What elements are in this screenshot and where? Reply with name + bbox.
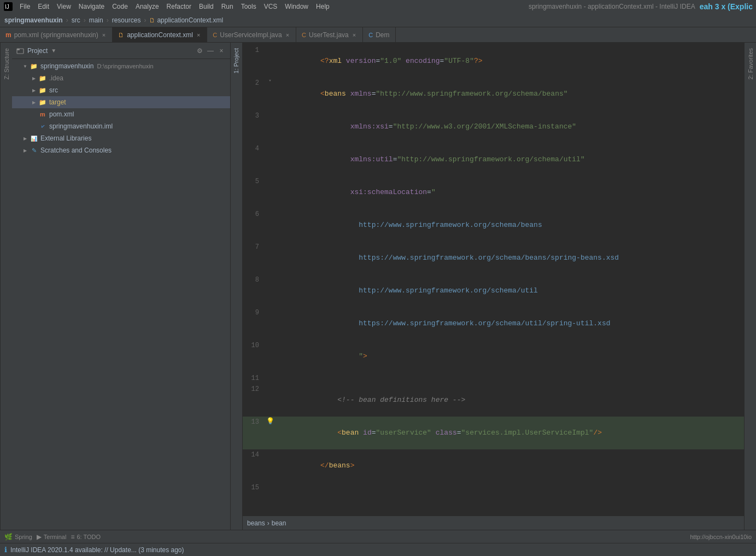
tree-idea-arrow[interactable] xyxy=(30,75,38,81)
editor-breadcrumb-sep: › xyxy=(267,519,269,527)
tree-root[interactable]: 📁 springmavenhuxin D:\springmavenhuxin xyxy=(12,60,230,72)
menu-navigate[interactable]: Navigate xyxy=(75,2,108,11)
menu-help[interactable]: Help xyxy=(313,2,333,11)
menu-bar-right: springmavenhuxin - applicationContext.xm… xyxy=(529,2,753,11)
tab-applicationcontext[interactable]: 🗋 applicationContext.xml × xyxy=(113,27,207,42)
tree-src-arrow[interactable] xyxy=(30,87,38,93)
tree-idea[interactable]: 📁 .idea xyxy=(12,72,230,84)
tree-src[interactable]: 📁 src xyxy=(12,84,230,96)
app-title: springmavenhuxin - applicationContext.xm… xyxy=(529,3,695,10)
spring-icon: 🌿 xyxy=(4,533,13,541)
tree-iml-label: springmavenhuxin.iml xyxy=(49,122,113,130)
tree-target-arrow[interactable] xyxy=(30,100,38,105)
line-num-13: 13 xyxy=(243,417,265,428)
project-vertical-tab[interactable]: 1: Project xyxy=(231,43,242,79)
tree-pom-icon: m xyxy=(38,110,47,119)
editor-breadcrumb-beans[interactable]: beans xyxy=(247,519,265,527)
code-line-13: 13 💡 <bean id="userService" class="servi… xyxy=(243,417,744,449)
tree-scratches[interactable]: ✎ Scratches and Consoles xyxy=(12,144,230,156)
menu-edit[interactable]: Edit xyxy=(34,2,52,11)
tree-root-folder-icon: 📁 xyxy=(30,62,38,71)
breadcrumb-root[interactable]: springmavenhuxin xyxy=(4,16,63,24)
tab-icon-pom: m xyxy=(5,31,11,39)
project-panel-title: Project xyxy=(27,47,48,55)
line-gutter-13: 💡 xyxy=(265,417,276,426)
menu-build[interactable]: Build xyxy=(196,2,217,11)
tree-scratches-arrow[interactable] xyxy=(21,148,30,153)
breadcrumb-sep-1: › xyxy=(66,16,68,24)
breadcrumb-src[interactable]: src xyxy=(72,16,80,24)
tree-src-icon: 📁 xyxy=(38,86,47,95)
menu-analyze[interactable]: Analyze xyxy=(132,2,162,11)
tree-extlibs-icon: 📊 xyxy=(30,134,38,143)
tree-extlibs[interactable]: 📊 External Libraries xyxy=(12,132,230,144)
line-num-6: 6 xyxy=(243,209,265,220)
tree-root-arrow[interactable] xyxy=(21,63,30,69)
tab-icon-xml: 🗋 xyxy=(118,32,124,38)
lightbulb-icon-13[interactable]: 💡 xyxy=(266,417,274,426)
tab-label-pom: pom.xml (springmavenhuxin) xyxy=(14,31,98,39)
project-dropdown-arrow[interactable]: ▼ xyxy=(51,48,56,54)
structure-strip: Z: Structure xyxy=(0,43,12,530)
structure-tab[interactable]: Z: Structure xyxy=(2,43,11,85)
tab-close-applicationcontext[interactable]: × xyxy=(196,32,201,38)
project-close-btn[interactable]: × xyxy=(217,46,226,55)
tab-demo[interactable]: C Dem xyxy=(363,27,395,42)
breadcrumb-file[interactable]: applicationContext.xml xyxy=(157,16,223,24)
status-spring[interactable]: 🌿 Spring xyxy=(4,533,32,541)
tab-close-userserviceimpl[interactable]: × xyxy=(285,32,290,38)
status-todo[interactable]: ≡ 6: TODO xyxy=(71,533,101,541)
tree-pom-label: pom.xml xyxy=(49,110,74,118)
code-line-15: 15 xyxy=(243,482,744,493)
tree-extlibs-label: External Libraries xyxy=(40,134,91,142)
code-line-8: 8 http://www.springframework.org/schema/… xyxy=(243,274,744,307)
terminal-label: Terminal xyxy=(44,534,67,540)
favorites-tab[interactable]: 2: Favorites xyxy=(746,43,755,85)
code-editor[interactable]: 1 <?xml version="1.0" encoding="UTF-8"?>… xyxy=(243,43,744,516)
project-icon xyxy=(16,47,24,55)
line-content-9: https://www.springframework.org/schema/u… xyxy=(276,307,744,340)
menu-code[interactable]: Code xyxy=(109,2,131,11)
tab-usertest[interactable]: C UserTest.java × xyxy=(296,27,363,42)
notification-icon: ℹ xyxy=(4,546,7,554)
breadcrumb-main[interactable]: main xyxy=(89,16,103,24)
code-line-7: 7 https://www.springframework.org/schema… xyxy=(243,242,744,274)
tree-iml[interactable]: 🗸 springmavenhuxin.iml xyxy=(12,120,230,132)
line-content-1: <?xml version="1.0" encoding="UTF-8"?> xyxy=(276,45,744,78)
menu-view[interactable]: View xyxy=(54,2,74,11)
tabs-bar: m pom.xml (springmavenhuxin) × 🗋 applica… xyxy=(0,27,756,43)
tree-target[interactable]: 📁 target xyxy=(12,96,230,108)
tree-idea-icon: 📁 xyxy=(38,74,47,83)
svg-text:IJ: IJ xyxy=(5,4,9,10)
line-content-12: <!-- bean definitions here --> xyxy=(276,384,744,417)
tab-pom[interactable]: m pom.xml (springmavenhuxin) × xyxy=(0,27,113,42)
notification-bar: ℹ IntelliJ IDEA 2020.1.4 available: // U… xyxy=(0,543,756,556)
tree-extlibs-arrow[interactable] xyxy=(21,136,30,141)
tree-pomxml[interactable]: m pom.xml xyxy=(12,108,230,120)
menu-vcs[interactable]: VCS xyxy=(261,2,281,11)
tab-close-usertest[interactable]: × xyxy=(351,32,357,38)
project-settings-btn[interactable]: ⚙ xyxy=(195,46,204,55)
fold-icon-2[interactable]: ▾ xyxy=(268,78,271,85)
tab-close-pom[interactable]: × xyxy=(101,32,107,38)
tree-root-label: springmavenhuxin xyxy=(40,62,93,70)
menu-file[interactable]: File xyxy=(16,2,33,11)
line-num-4: 4 xyxy=(243,143,265,154)
tree-target-label: target xyxy=(49,98,66,106)
line-content-13: <bean id="userService" class="services.i… xyxy=(276,417,744,449)
menu-refactor[interactable]: Refactor xyxy=(163,2,195,11)
code-line-12: 12 <!-- bean definitions here --> xyxy=(243,384,744,417)
menu-window[interactable]: Window xyxy=(282,2,312,11)
menu-tools[interactable]: Tools xyxy=(238,2,260,11)
project-header-actions: ⚙ — × xyxy=(195,46,226,55)
breadcrumb-resources[interactable]: resources xyxy=(112,16,141,24)
project-collapse-btn[interactable]: — xyxy=(206,46,215,55)
status-terminal[interactable]: ▶ Terminal xyxy=(37,533,67,541)
tree-idea-label: .idea xyxy=(49,74,63,82)
line-num-11: 11 xyxy=(243,373,265,384)
line-content-14: </beans> xyxy=(276,449,744,482)
editor-breadcrumb-bean[interactable]: bean xyxy=(272,519,286,527)
tab-userserviceimpl[interactable]: C UserServiceImpl.java × xyxy=(207,27,296,42)
menu-run[interactable]: Run xyxy=(218,2,237,11)
app-logo: IJ xyxy=(3,2,13,11)
